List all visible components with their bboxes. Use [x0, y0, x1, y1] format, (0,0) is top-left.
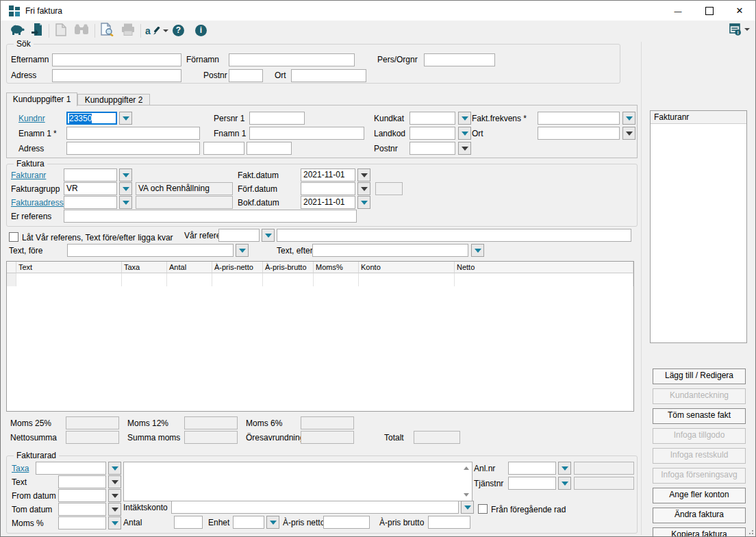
efternamn-input[interactable]: [52, 53, 181, 66]
fakturanr-input[interactable]: [64, 168, 117, 182]
var-referens-input[interactable]: [218, 229, 260, 242]
kund-ort-input[interactable]: [538, 127, 620, 140]
enhet-dropdown-button[interactable]: [266, 516, 279, 529]
grid-column-header[interactable]: Text: [16, 262, 122, 273]
grid-cell[interactable]: [122, 273, 167, 286]
close-button[interactable]: ✕: [724, 1, 755, 21]
bokfdatum-input[interactable]: 2021-11-01: [301, 196, 355, 209]
kund-adress2-input[interactable]: [203, 142, 244, 155]
var-referens-dropdown-button[interactable]: [262, 229, 275, 242]
kundkat-input[interactable]: [410, 112, 455, 125]
grid-row-selector-header[interactable]: [7, 262, 16, 273]
rad-text-dropdown-button[interactable]: [108, 475, 121, 488]
enhet-input[interactable]: [233, 516, 264, 529]
fornamn-input[interactable]: [229, 53, 355, 66]
sidebar-button-ändra-faktura[interactable]: Ändra faktura: [653, 508, 746, 523]
fakturagrupp-input[interactable]: VR: [64, 182, 117, 195]
rad-text-area[interactable]: [123, 462, 473, 501]
keep-referens-checkbox[interactable]: [9, 232, 18, 242]
kundnr-input[interactable]: 23350: [66, 112, 117, 125]
grid-column-header[interactable]: À-pris-brutto: [263, 262, 314, 273]
from-datum-input[interactable]: [58, 489, 106, 502]
invoice-rows-grid[interactable]: TextTaxaAntalÀ-pris-nettoÀ-pris-bruttoMo…: [6, 261, 634, 412]
grid-row-selector-cell[interactable]: [7, 273, 16, 286]
resize-grip[interactable]: [746, 527, 753, 534]
grid-cell[interactable]: [212, 273, 263, 286]
bokfdatum-dropdown-button[interactable]: [357, 196, 370, 209]
info-button[interactable]: i: [195, 25, 207, 36]
text-fore-input[interactable]: [67, 244, 234, 257]
grid-column-header[interactable]: À-pris-netto: [212, 262, 263, 273]
sidebar-button-kopiera-faktura[interactable]: Kopiera faktura: [653, 527, 746, 537]
grid-cell[interactable]: [314, 273, 359, 286]
kund-adress-input[interactable]: [66, 142, 200, 155]
anlnr-dropdown-button[interactable]: [558, 462, 571, 475]
sok-adress-input[interactable]: [52, 69, 181, 82]
er-referens-input[interactable]: [64, 210, 357, 223]
anlnr-input[interactable]: [508, 462, 556, 475]
sok-ort-input[interactable]: [291, 69, 366, 82]
fakturanr-list[interactable]: Fakturanr: [650, 110, 747, 343]
sok-postnr-input[interactable]: [229, 69, 263, 82]
kundnr-link[interactable]: Kundnr: [18, 112, 45, 125]
fakturaadress-dropdown-button[interactable]: [119, 196, 132, 209]
fran-foregaende-checkbox[interactable]: [478, 504, 488, 514]
minimize-button[interactable]: —: [662, 1, 694, 21]
rad-taxa-input[interactable]: [36, 462, 106, 475]
grid-column-header[interactable]: Taxa: [122, 262, 167, 273]
import-document-button[interactable]: [29, 23, 45, 38]
faktfrekvens-dropdown-button[interactable]: [622, 112, 635, 125]
kund-adress3-input[interactable]: [247, 142, 292, 155]
var-referens-text-input[interactable]: [277, 229, 631, 242]
fakturaadress-link[interactable]: Fakturaadress: [11, 197, 64, 209]
print-preview-button[interactable]: [99, 23, 116, 38]
tjanstnr-dropdown-button[interactable]: [558, 477, 571, 490]
grid-column-header[interactable]: Antal: [167, 262, 212, 273]
grid-cell[interactable]: [16, 273, 122, 286]
view-options-button[interactable]: i: [729, 23, 750, 36]
rad-taxa-link[interactable]: Taxa: [12, 462, 29, 475]
panel-splitter[interactable]: [641, 42, 642, 535]
kund-ort-dropdown-button[interactable]: [622, 127, 635, 140]
kundkat-dropdown-button[interactable]: [458, 112, 471, 125]
rad-moms-input[interactable]: [58, 516, 106, 529]
text-efter-dropdown-button[interactable]: [471, 244, 484, 257]
apris-brutto-input[interactable]: [428, 516, 470, 529]
text-fore-dropdown-button[interactable]: [236, 244, 249, 257]
sidebar-button-ange-fler-konton[interactable]: Ange fler konton: [653, 488, 746, 503]
grid-column-header[interactable]: Netto: [455, 262, 633, 273]
intaktskonto-input[interactable]: [171, 501, 459, 514]
rad-moms-dropdown-button[interactable]: [108, 516, 121, 529]
grid-cell[interactable]: [167, 273, 212, 286]
fakturanr-list-header[interactable]: Fakturanr: [651, 111, 746, 124]
text-efter-input[interactable]: [312, 244, 468, 257]
new-document-button[interactable]: [53, 23, 68, 38]
from-datum-dropdown-button[interactable]: [108, 489, 121, 502]
font-edit-button[interactable]: a: [145, 25, 168, 36]
faktdatum-input[interactable]: 2021-11-01: [301, 168, 355, 182]
maximize-button[interactable]: [694, 1, 725, 21]
landkod-input[interactable]: [410, 127, 455, 140]
sidebar-button-lägg-till-redigera[interactable]: Lägg till / Redigera: [653, 369, 746, 384]
grid-cell[interactable]: [263, 273, 314, 286]
rad-antal-input[interactable]: [174, 516, 203, 529]
landkod-dropdown-button[interactable]: [458, 127, 471, 140]
fakturanr-link[interactable]: Fakturanr: [11, 169, 46, 182]
grid-cell[interactable]: [455, 273, 633, 286]
grid-empty-row[interactable]: [7, 273, 633, 286]
persorgnr-input[interactable]: [424, 53, 495, 66]
save-pig-button[interactable]: [9, 24, 25, 38]
grid-column-header[interactable]: Moms%: [314, 262, 359, 273]
apris-netto-input[interactable]: [323, 516, 370, 529]
grid-cell[interactable]: [359, 273, 455, 286]
kund-postnr-input[interactable]: [410, 142, 455, 155]
enamn-input[interactable]: [66, 127, 200, 140]
sidebar-button-töm-senaste-fakt[interactable]: Töm senaste fakt: [653, 408, 746, 424]
kundnr-dropdown-button[interactable]: [119, 112, 132, 125]
forfdatum-dropdown-button[interactable]: [357, 182, 370, 195]
scroll-down-icon[interactable]: [464, 493, 469, 497]
intaktskonto-dropdown-button[interactable]: [461, 501, 474, 514]
rad-text-input[interactable]: [58, 475, 106, 488]
forfdatum-input[interactable]: [301, 182, 355, 195]
tjanstnr-input[interactable]: [508, 477, 556, 490]
